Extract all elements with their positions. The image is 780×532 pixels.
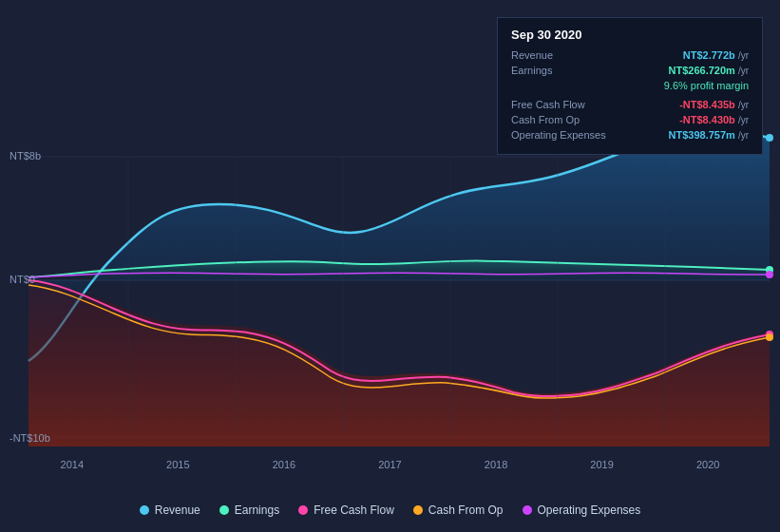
legend-dot-revenue <box>140 505 149 515</box>
x-label-2017: 2017 <box>378 459 401 470</box>
x-label-2016: 2016 <box>273 459 295 470</box>
chart-legend: Revenue Earnings Free Cash Flow Cash Fro… <box>0 504 780 517</box>
tooltip-label-fcf: Free Cash Flow <box>511 99 616 110</box>
legend-item-opex[interactable]: Operating Expenses <box>523 504 641 517</box>
tooltip-label-cashop: Cash From Op <box>511 114 616 125</box>
legend-label-cash-from-op: Cash From Op <box>428 504 504 517</box>
tooltip-value-opex: NT$398.757m /yr <box>669 129 750 141</box>
legend-label-opex: Operating Expenses <box>538 504 641 517</box>
svg-point-7 <box>766 333 773 341</box>
tooltip-value-fcf: -NT$8.435b /yr <box>679 99 749 110</box>
legend-label-earnings: Earnings <box>235 504 279 517</box>
chart-tooltip: Sep 30 2020 Revenue NT$2.772b /yr Earnin… <box>497 17 763 155</box>
tooltip-value-cashop: -NT$8.430b /yr <box>679 114 749 125</box>
x-label-2018: 2018 <box>485 459 507 470</box>
y-axis-bottom: -NT$10b <box>10 432 50 444</box>
x-axis: 2014 2015 2016 2017 2018 2019 2020 <box>0 459 780 470</box>
x-label-2020: 2020 <box>696 459 719 470</box>
tooltip-row-cashop: Cash From Op -NT$8.430b /yr <box>511 114 749 125</box>
y-axis-mid: NT$0 <box>10 274 35 285</box>
y-axis-top: NT$8b <box>10 150 41 162</box>
tooltip-value-earnings: NT$266.720m /yr <box>669 65 750 76</box>
tooltip-row-opex: Operating Expenses NT$398.757m /yr <box>511 129 749 141</box>
tooltip-label-revenue: Revenue <box>511 49 616 61</box>
tooltip-label-opex: Operating Expenses <box>511 129 616 141</box>
legend-dot-cash-from-op <box>413 505 423 515</box>
legend-dot-opex <box>523 505 532 515</box>
tooltip-title: Sep 30 2020 <box>511 28 749 42</box>
tooltip-row-earnings: Earnings NT$266.720m /yr <box>511 65 749 76</box>
legend-label-fcf: Free Cash Flow <box>314 504 394 517</box>
legend-dot-earnings <box>219 505 229 515</box>
tooltip-value-revenue: NT$2.772b /yr <box>683 49 749 61</box>
legend-dot-fcf <box>298 505 308 515</box>
x-label-2015: 2015 <box>166 459 189 470</box>
legend-item-revenue[interactable]: Revenue <box>140 504 200 517</box>
tooltip-row-revenue: Revenue NT$2.772b /yr <box>511 49 749 61</box>
tooltip-label-earnings: Earnings <box>511 65 616 76</box>
x-label-2019: 2019 <box>590 459 613 470</box>
tooltip-row-fcf: Free Cash Flow -NT$8.435b /yr <box>511 99 749 110</box>
svg-point-4 <box>766 134 773 142</box>
tooltip-row-margin: 9.6% profit margin <box>511 80 749 95</box>
legend-item-fcf[interactable]: Free Cash Flow <box>298 504 394 517</box>
svg-point-8 <box>766 271 773 278</box>
tooltip-profit-margin: 9.6% profit margin <box>664 80 749 91</box>
legend-item-earnings[interactable]: Earnings <box>219 504 279 517</box>
x-label-2014: 2014 <box>61 459 84 470</box>
legend-item-cash-from-op[interactable]: Cash From Op <box>413 504 504 517</box>
legend-label-revenue: Revenue <box>155 504 200 517</box>
